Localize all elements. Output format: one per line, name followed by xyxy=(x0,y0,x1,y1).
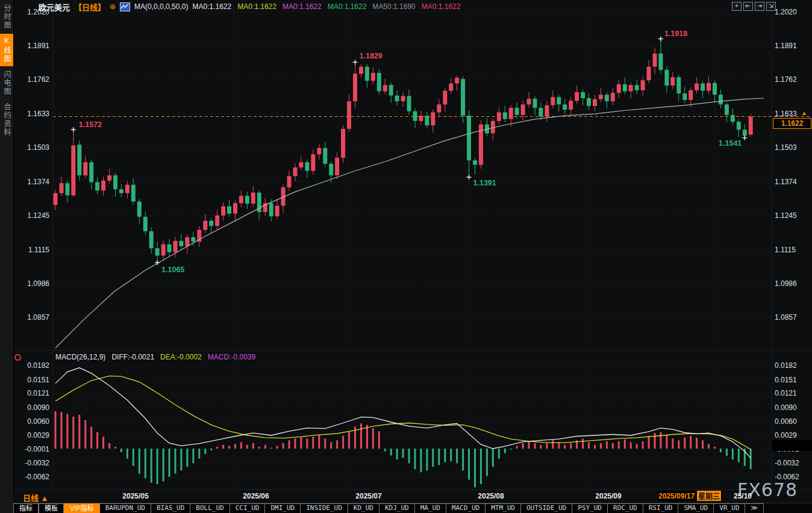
month-label-2025/07: 2025/07 xyxy=(355,492,381,500)
sidebar-item-合约资料[interactable]: 合约资料 xyxy=(0,100,13,140)
month-label-partial: 25/10 xyxy=(734,492,752,500)
axis-label-left: 0.0060 xyxy=(19,417,49,426)
svg-text:1.1829: 1.1829 xyxy=(360,52,383,60)
tab-KDJ_UD[interactable]: KDJ_UD xyxy=(379,503,415,513)
trading-app-window: 1.15721.18291.19181.10651.13911.1541 分时图… xyxy=(0,0,812,513)
tab-BIAS_UD[interactable]: BIAS_UD xyxy=(151,503,190,513)
tab-DMI_UD[interactable]: DMI_UD xyxy=(265,503,301,513)
axis-label-right: 1.2020 xyxy=(775,8,797,16)
sidebar-item-K线图[interactable]: K线图 xyxy=(0,34,13,66)
axis-label-right: 1.1374 xyxy=(775,178,797,186)
ma-indicator-icon[interactable] xyxy=(120,2,130,11)
axis-label-right: 1.0857 xyxy=(775,313,797,322)
ma-formula: MA(0,0,0,0,50,0) xyxy=(134,2,188,11)
axis-label-right: 1.1633 xyxy=(775,110,797,118)
ma-value-1: MA0:1.1622 xyxy=(237,2,276,11)
macd-header: MACD(26,12,9) DIFF:-0.0021 DEA:-0.0002 M… xyxy=(55,353,255,361)
axis-label-right: 0.0090 xyxy=(775,403,797,412)
tab-VR_UD[interactable]: VR_UD xyxy=(714,503,745,513)
axis-right-tool-icon[interactable]: ⇥ xyxy=(755,2,764,11)
tab-ROC_UD[interactable]: ROC_UD xyxy=(608,503,643,513)
tab-RSI_UD[interactable]: RSI_UD xyxy=(643,503,679,513)
macd-axis-overlay-box xyxy=(772,440,812,451)
axis-label-left: -0.0062 xyxy=(19,473,49,481)
svg-text:1.1541: 1.1541 xyxy=(719,139,742,148)
crosshair-date-box: 2025/09/17 星期三 xyxy=(657,491,722,501)
axis-label-right: 1.1891 xyxy=(775,42,797,50)
month-label-2025/05: 2025/05 xyxy=(122,492,148,500)
candlestick-macd-chart: 1.15721.18291.19181.10651.13911.1541 xyxy=(0,0,812,513)
chart-header: 欧元美元 【日线】 ⊕ MA(0,0,0,0,50,0) MA0:1.1622M… xyxy=(39,2,460,11)
svg-text:1.1065: 1.1065 xyxy=(161,266,184,274)
svg-text:1.1391: 1.1391 xyxy=(473,179,496,187)
crosshair-tool-icon[interactable]: + xyxy=(732,2,742,11)
axis-label-left: 1.1245 xyxy=(19,211,49,220)
axis-label-right: 1.1503 xyxy=(775,143,797,152)
chart-toolbar: +⇤⇥⇲ xyxy=(732,2,776,11)
axis-label-left: 1.1374 xyxy=(19,178,49,186)
tab-BARUPDN_UD[interactable]: BARUPDN_UD xyxy=(100,503,151,513)
axis-label-left: 0.0151 xyxy=(19,376,49,384)
sidebar-item-闪电图[interactable]: 闪电图 xyxy=(0,67,13,99)
axis-left-tool-icon[interactable]: ⇤ xyxy=(743,2,753,11)
period-selector[interactable]: 日线 ▲ xyxy=(23,492,48,503)
current-price-box: 1.1622 xyxy=(773,118,811,129)
axis-label-left: 1.0857 xyxy=(19,313,49,322)
tab-SMA_UD[interactable]: SMA_UD xyxy=(678,503,714,513)
axis-label-left: -0.0001 xyxy=(19,445,49,453)
month-label-2025/09: 2025/09 xyxy=(595,492,621,500)
axis-label-right: 0.0060 xyxy=(775,417,797,426)
axis-label-left: 1.1633 xyxy=(19,110,49,118)
tab-MA_UD[interactable]: MA_UD xyxy=(415,503,446,513)
pane-resize-tool-icon[interactable]: ⇲ xyxy=(766,2,776,11)
axis-label-left: 0.0121 xyxy=(19,389,49,397)
add-compare-icon[interactable]: ⊕ xyxy=(110,2,116,11)
tab-OUTSIDE_UD[interactable]: OUTSIDE_UD xyxy=(521,503,572,513)
ma-value-4: MA50:1.1690 xyxy=(372,2,415,11)
svg-text:1.1572: 1.1572 xyxy=(79,120,102,129)
sidebar-item-分时图[interactable]: 分时图 xyxy=(0,1,13,33)
axis-label-right: 1.1245 xyxy=(775,211,797,220)
indicator-tab-bar: 指标模板VIP指标BARUPDN_UDBIAS_UDBOLL_UDCCI_UDD… xyxy=(13,503,812,513)
axis-label-right: 1.1762 xyxy=(775,75,797,84)
price-marker-icon: ▲ xyxy=(801,110,807,116)
ma-value-5: MA0:1.1622 xyxy=(422,2,461,11)
tab-VIP指标[interactable]: VIP指标 xyxy=(64,503,100,513)
indicator-settings-icon[interactable] xyxy=(14,354,21,361)
axis-label-right: 1.1115 xyxy=(775,246,796,254)
tab-BOLL_UD[interactable]: BOLL_UD xyxy=(190,503,230,513)
month-label-2025/06: 2025/06 xyxy=(243,492,269,500)
axis-label-right: 0.0151 xyxy=(775,376,797,384)
tab-MACD_UD[interactable]: MACD_UD xyxy=(446,503,486,513)
axis-label-left: -0.0032 xyxy=(19,459,49,467)
axis-label-left: 1.0986 xyxy=(19,279,49,288)
axis-label-right: -0.0032 xyxy=(775,459,799,467)
tab-INSIDE_UD[interactable]: INSIDE_UD xyxy=(301,503,348,513)
axis-label-right: 0.0029 xyxy=(775,431,797,440)
tab-KD_UD[interactable]: KD_UD xyxy=(348,503,379,513)
macd-formula: MACD(26,12,9) xyxy=(55,353,105,361)
symbol-title: 欧元美元 xyxy=(39,1,70,13)
axis-label-right: 0.0121 xyxy=(775,389,797,397)
tab-PSY_UD[interactable]: PSY_UD xyxy=(572,503,608,513)
ma-value-0: MA0:1.1622 xyxy=(192,2,231,11)
axis-label-left: 1.1115 xyxy=(19,246,49,254)
macd-dea-value: DEA:-0.0002 xyxy=(160,353,202,361)
axis-label-left: 0.0029 xyxy=(19,431,49,440)
axis-label-right: 0.0182 xyxy=(775,361,797,370)
tab-指标[interactable]: 指标 xyxy=(13,503,39,513)
left-sidebar: 分时图K线图闪电图合约资料 xyxy=(0,0,14,513)
tab-CCI_UD[interactable]: CCI_UD xyxy=(230,503,266,513)
macd-diff-value: DIFF:-0.0021 xyxy=(111,353,154,361)
axis-label-left: 0.0182 xyxy=(19,361,49,370)
axis-label-left: 0.0090 xyxy=(19,403,49,412)
axis-label-left: 1.1503 xyxy=(19,143,49,152)
crosshair-weekday: 星期三 xyxy=(697,491,721,501)
period-label[interactable]: 【日线】 xyxy=(74,1,105,13)
tab-MTM_UD[interactable]: MTM_UD xyxy=(486,503,521,513)
axis-label-left: 1.1762 xyxy=(19,75,49,84)
ma-value-3: MA0:1.1622 xyxy=(328,2,367,11)
month-label-2025/08: 2025/08 xyxy=(478,492,504,500)
tab-模板[interactable]: 模板 xyxy=(39,503,64,513)
tab-≫[interactable]: ≫ xyxy=(745,503,764,513)
